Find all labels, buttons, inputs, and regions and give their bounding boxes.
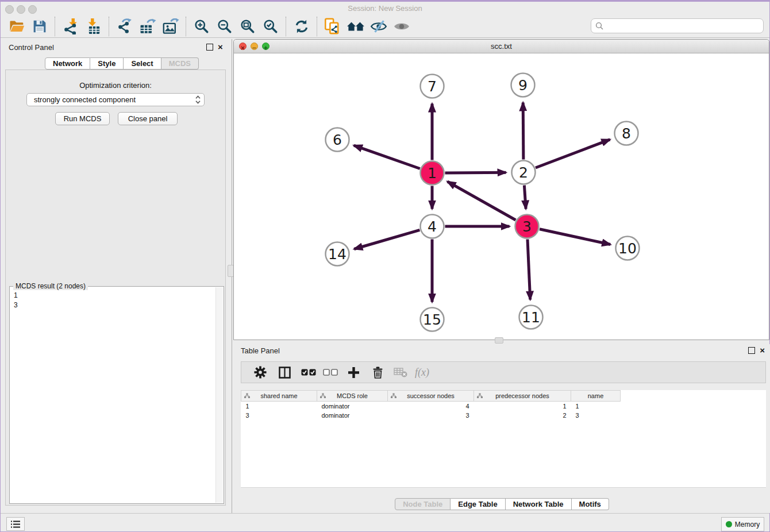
save-session-icon[interactable] <box>30 17 49 36</box>
export-network-icon[interactable] <box>116 17 134 36</box>
zoom-in-icon[interactable] <box>192 17 211 36</box>
float-panel-icon[interactable] <box>748 347 755 354</box>
export-table-icon[interactable] <box>138 17 157 36</box>
zoom-out-icon[interactable] <box>215 17 234 36</box>
svg-text:7: 7 <box>428 78 437 95</box>
tab-node-table[interactable]: Node Table <box>395 498 451 510</box>
graph-edge-4-14[interactable] <box>354 230 419 249</box>
column-header-successor-nodes[interactable]: successor nodes <box>388 391 474 402</box>
clone-network-icon[interactable] <box>324 17 342 36</box>
search-field[interactable] <box>591 18 764 33</box>
graph-node-10[interactable]: 10 <box>616 237 640 260</box>
column-header-MCDS-role[interactable]: MCDS role <box>317 391 388 402</box>
graph-edge-1-2[interactable] <box>445 172 506 173</box>
graph-node-7[interactable]: 7 <box>421 75 444 98</box>
refresh-view-icon[interactable] <box>292 17 311 36</box>
toggle-column-display-icon[interactable] <box>276 364 293 381</box>
criterion-dropdown[interactable]: strongly connected component <box>26 93 205 106</box>
delete-table-icon[interactable] <box>392 364 409 381</box>
run-mcds-button[interactable]: Run MCDS <box>55 112 110 125</box>
result-scrollbar[interactable] <box>215 287 223 503</box>
delete-column-icon[interactable] <box>369 364 386 381</box>
close-panel-button[interactable]: Close panel <box>118 112 178 125</box>
session-window: Session: New Session <box>1 2 769 531</box>
network-graph-canvas[interactable]: 7968124314101511 <box>234 53 769 340</box>
graph-edge-2-8[interactable] <box>536 140 610 168</box>
table-row[interactable]: 1dominator411 <box>241 402 621 411</box>
table-cell[interactable]: dominator <box>317 402 388 411</box>
tab-mcds[interactable]: MCDS <box>161 57 199 70</box>
table-cell[interactable]: 3 <box>388 411 474 420</box>
tab-network-table[interactable]: Network Table <box>506 498 572 510</box>
graph-node-9[interactable]: 9 <box>511 74 535 97</box>
graph-node-14[interactable]: 14 <box>326 242 349 266</box>
graph-node-2[interactable]: 2 <box>512 161 536 184</box>
tab-select[interactable]: Select <box>124 57 161 70</box>
column-header-predecessor-nodes[interactable]: predecessor nodes <box>474 391 571 402</box>
table-cell[interactable]: 2 <box>474 411 571 420</box>
close-panel-icon[interactable]: × <box>760 348 765 353</box>
zoom-fit-content-icon[interactable] <box>238 17 257 36</box>
import-network-icon[interactable] <box>61 17 80 36</box>
float-panel-icon[interactable] <box>206 44 213 51</box>
graph-node-1[interactable]: 1 <box>421 161 444 185</box>
table-panel: Table Panel × <box>233 344 770 513</box>
import-table-icon[interactable] <box>84 17 103 36</box>
search-input[interactable] <box>603 21 749 30</box>
table-cell[interactable]: 3 <box>241 411 317 420</box>
show-analysis-icon[interactable] <box>392 17 411 36</box>
table-cell[interactable]: 4 <box>388 402 474 411</box>
graph-edge-3-10[interactable] <box>540 229 610 245</box>
column-header-shared-name[interactable]: shared name <box>241 391 317 402</box>
table-cell[interactable]: dominator <box>317 411 388 420</box>
close-panel-icon[interactable]: × <box>218 44 223 50</box>
network-window-titlebar[interactable]: scc.txt <box>234 40 769 53</box>
graph-edge-3-1[interactable] <box>448 182 516 220</box>
table-row[interactable]: 3dominator323 <box>241 411 621 420</box>
svg-text:2: 2 <box>519 164 528 181</box>
graph-edge-2-3[interactable] <box>524 186 526 209</box>
add-column-icon[interactable] <box>345 364 362 381</box>
graph-node-4[interactable]: 4 <box>421 215 444 238</box>
graph-node-8[interactable]: 8 <box>615 122 638 145</box>
table-cell[interactable]: 1 <box>241 402 317 411</box>
graph-edge-2-9[interactable] <box>523 103 523 160</box>
graph-edge-1-6[interactable] <box>354 145 420 168</box>
deselect-all-icon[interactable] <box>322 364 339 381</box>
horizontal-splitter-handle[interactable] <box>495 337 503 344</box>
svg-text:11: 11 <box>522 309 540 326</box>
table-cell[interactable]: 3 <box>571 411 621 420</box>
control-panel-tabs: NetworkStyleSelectMCDS <box>45 57 199 70</box>
control-panel-title: Control Panel <box>9 43 54 52</box>
control-panel-window-buttons: × <box>206 44 223 51</box>
table-settings-icon[interactable] <box>252 364 269 381</box>
memory-button[interactable]: Memory <box>721 517 764 531</box>
zoom-selected-region-icon[interactable] <box>261 17 280 36</box>
graph-node-3[interactable]: 3 <box>515 215 539 238</box>
table-cell[interactable]: 1 <box>571 402 621 411</box>
graph-node-6[interactable]: 6 <box>326 128 349 152</box>
table-cell[interactable]: 1 <box>474 402 571 411</box>
tab-edge-table[interactable]: Edge Table <box>451 498 505 510</box>
column-header-name[interactable]: name <box>571 391 621 402</box>
export-image-icon[interactable] <box>161 17 180 36</box>
hide-analysis-icon[interactable] <box>369 17 388 36</box>
svg-text:3: 3 <box>522 218 532 235</box>
graph-edge-3-11[interactable] <box>528 240 530 300</box>
first-neighbors-icon[interactable] <box>346 17 365 36</box>
select-all-icon[interactable] <box>300 364 317 381</box>
tab-style[interactable]: Style <box>90 57 124 70</box>
tab-motifs[interactable]: Motifs <box>572 498 609 510</box>
tab-network[interactable]: Network <box>45 57 90 70</box>
title-bar[interactable]: Session: New Session <box>1 2 769 16</box>
open-file-icon[interactable] <box>7 17 26 36</box>
svg-text:1: 1 <box>428 165 437 182</box>
svg-text:9: 9 <box>518 77 528 94</box>
graph-node-15[interactable]: 15 <box>421 308 444 331</box>
task-history-button[interactable] <box>6 517 25 531</box>
toolbar-separator <box>109 17 110 36</box>
toolbar-separator <box>55 17 56 36</box>
node-table[interactable]: shared nameMCDS rolesuccessor nodesprede… <box>241 390 766 488</box>
graph-node-11[interactable]: 11 <box>519 306 543 329</box>
function-builder-icon[interactable]: f(x) <box>415 367 429 379</box>
